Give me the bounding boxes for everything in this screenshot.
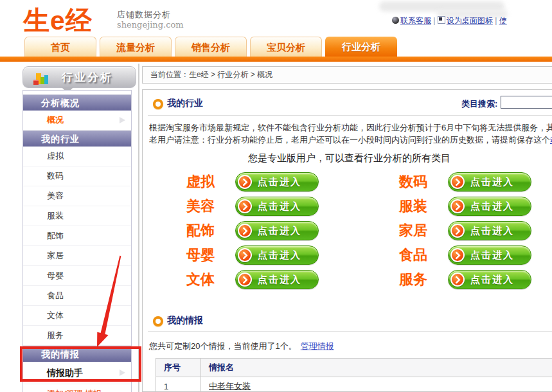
arrow-inner-icon [239,200,251,212]
category-label: 家居 [384,221,443,240]
enter-button[interactable]: 点击进入 [235,221,319,240]
enter-button[interactable]: 点击进入 [235,172,319,192]
intel-table-header-row: 序号 情报名 [156,359,552,377]
help-link-partial[interactable]: 使 [499,16,507,25]
sidebar-item-virtual[interactable]: 虚拟 [23,147,131,166]
notice-line1: 根据淘宝服务市场最新规定，软件不能包含行业分析功能，因此行业分析预计于6月中下旬… [149,121,552,134]
tab-traffic-analysis[interactable]: 流量分析 [100,37,172,57]
arrow-inner-icon [452,274,463,285]
app-logo: 生e经 [23,3,93,39]
enter-button-label: 点击进入 [258,249,301,262]
logo-domain: shengejing.com [117,20,184,30]
chevron-right-icon [452,251,461,260]
sidebar-menu: 分析概况 概况 我的行业 虚拟 数码 美容 服装 配饰 家居 母婴 食品 文体 … [22,90,132,392]
sidebar-item-sports[interactable]: 文体 [23,306,131,326]
intel-table: 序号 情报名 1 中老年女装 [156,358,552,392]
tab-home[interactable]: 首页 [24,37,96,57]
breadcrumb: 当前位置：生e经 > 行业分析 > 概况 [142,66,552,84]
top-links: 联系客服 | 设为桌面图标 | 使 [392,15,552,26]
enter-button[interactable]: 点击进入 [448,172,531,192]
enter-button[interactable]: 点击进入 [235,270,319,289]
category-row: 文体 点击进入 服务 点击进入 [171,270,531,289]
chevron-right-icon [452,227,461,235]
tab-industry-analysis[interactable]: 行业分析 [325,37,397,57]
enter-button[interactable]: 点击进入 [448,221,531,240]
sidebar-item-intel-assistant[interactable]: 情报助手 [23,362,131,384]
sidebar-title: 行业分析 [62,70,113,85]
category-row: 母婴 点击进入 食品 点击进入 [171,245,531,265]
arrow-circle-icon [450,224,465,238]
category-label: 食品 [384,245,443,265]
category-label: 配饰 [171,221,230,240]
enter-button-label: 点击进入 [470,249,514,262]
category-search-input[interactable] [501,96,552,109]
enter-button-label: 点击进入 [470,274,514,286]
sidebar-item-accessories[interactable]: 配饰 [23,226,131,246]
chevron-right-icon [240,178,248,186]
logo-subtitle: 店铺数据分析 [117,10,184,20]
contact-support-link[interactable]: 联系客服 [400,16,431,25]
page: { "header": { "logo_title": "生e经", "logo… [0,0,552,392]
category-row: 美容 点击进入 服装 点击进入 [171,197,531,216]
category-label: 服务 [384,270,443,289]
section-bullet-icon [153,99,163,109]
intel-section-title: 我的情报 [167,315,203,326]
arrow-circle-icon [238,272,252,287]
enter-button[interactable]: 点击进入 [448,197,531,216]
enter-button[interactable]: 点击进入 [448,245,531,265]
enter-button-label: 点击进入 [258,200,301,213]
arrow-inner-icon [239,225,251,236]
link-separator: | [433,16,435,25]
category-row: 虚拟 点击进入 数码 点击进入 [171,172,531,192]
pro-user-note: 您是专业版用户，可以查看行业分析的所有类目 [143,152,552,165]
category-search-label: 类目搜索: [461,98,497,110]
col-header-no: 序号 [156,359,201,377]
intel-item-link[interactable]: 中老年女装 [209,381,251,391]
category-label: 文体 [171,270,230,289]
sidebar-section-overview: 分析概况 [23,94,131,111]
sidebar-item-baby[interactable]: 母婴 [23,266,131,286]
manage-intel-link[interactable]: 管理情报 [301,341,334,351]
section-separator [148,115,552,116]
category-label: 母婴 [171,245,230,265]
arrow-circle-icon [450,248,465,262]
intel-summary-text: 您共可定制20个情报，当前使用了1个。 [149,341,297,351]
sidebar-title-band: 行业分析 [22,66,136,88]
arrow-inner-icon [239,176,251,188]
cell-intel-name: 中老年女装 [201,377,552,392]
enter-button[interactable]: 点击进入 [235,245,319,265]
category-grid: 虚拟 点击进入 数码 点击进入 美容 点击进入 服装 点击进入 配饰 点击进入 … [171,172,531,294]
sidebar-item-add-manage-intel[interactable]: 添加/管理 情报 [23,384,131,392]
tab-item-analysis[interactable]: 宝贝分析 [250,37,322,57]
notice-text: 根据淘宝服务市场最新规定，软件不能包含行业分析功能，因此行业分析预计于6月中下旬… [149,121,552,146]
sidebar-item-services[interactable]: 服务 [23,326,131,346]
enter-button[interactable]: 点击进入 [448,270,531,289]
tab-sales-analysis[interactable]: 销售分析 [175,37,247,57]
notice-line2: 老用户请注意：行业分析功能停止后，老用户还可以在一小段时间内访问到行业的历史数据… [149,134,552,146]
bar-chart-3d-icon [31,69,50,88]
arrow-circle-icon [238,199,252,213]
sidebar-item-food[interactable]: 食品 [23,286,131,306]
chevron-right-icon [240,227,248,235]
arrow-circle-icon [238,224,252,238]
section-bullet-icon [153,316,163,326]
active-arrow-icon [120,117,125,123]
customer-service-icon [392,17,399,24]
arrow-circle-icon [238,248,252,262]
sidebar-item-overview[interactable]: 概况 [23,111,131,130]
sidebar-item-beauty[interactable]: 美容 [23,186,131,206]
chevron-right-icon [240,251,248,260]
industry-section-title: 我的行业 [167,98,203,109]
arrow-inner-icon [239,274,251,285]
sidebar-item-home[interactable]: 家居 [23,246,131,266]
enter-button[interactable]: 点击进入 [235,197,319,216]
main-panel: 我的行业 类目搜索: 根据淘宝服务市场最新规定，软件不能包含行业分析功能，因此行… [142,89,552,392]
category-label: 虚拟 [171,172,230,192]
chevron-right-icon [240,202,248,211]
logo-subtitle-block: 店铺数据分析 shengejing.com [117,10,184,30]
active-arrow-icon [120,370,125,376]
set-desktop-icon-link[interactable]: 设为桌面图标 [447,16,493,25]
sidebar-item-digital[interactable]: 数码 [23,166,131,186]
sidebar-item-label: 概况 [47,115,64,125]
sidebar-item-apparel[interactable]: 服装 [23,206,131,226]
